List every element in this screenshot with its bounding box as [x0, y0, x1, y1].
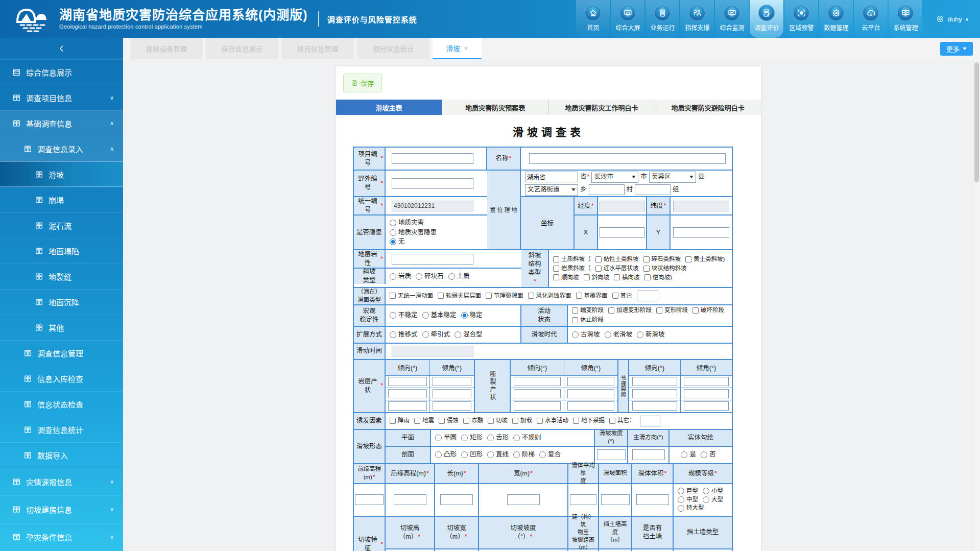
- y-input[interactable]: [673, 227, 729, 238]
- sidebar-item-landslide[interactable]: 滑坡: [0, 161, 123, 187]
- tab-video-devices[interactable]: 视频设备管理: [130, 38, 203, 59]
- checkbox-option[interactable]: 水事活动: [537, 417, 568, 425]
- village-input[interactable]: [589, 184, 625, 195]
- checkbox-option[interactable]: 土质斜坡（: [553, 255, 591, 263]
- radio-option[interactable]: 碎块石: [416, 272, 444, 281]
- checkbox-icon[interactable]: [553, 256, 559, 262]
- scrollbar-thumb[interactable]: [974, 62, 979, 182]
- save-button[interactable]: 保存: [343, 74, 382, 92]
- sidebar-item-debris-flow[interactable]: 泥石流: [0, 212, 123, 238]
- rock-dip-angle-input[interactable]: [433, 389, 471, 398]
- sidebar-item-info-display[interactable]: 综合信息展示: [0, 59, 123, 85]
- radio-icon[interactable]: [461, 312, 468, 319]
- radio-icon[interactable]: [390, 331, 396, 338]
- radio-option[interactable]: 大型: [703, 496, 723, 504]
- radio-icon[interactable]: [435, 451, 442, 458]
- radio-icon[interactable]: [513, 435, 520, 441]
- sidebar-item-ground-collapse[interactable]: 地面塌陷: [0, 238, 123, 263]
- checkbox-icon[interactable]: [643, 256, 650, 262]
- radio-option[interactable]: 特大型: [678, 504, 704, 512]
- radio-icon[interactable]: [487, 435, 494, 441]
- radio-icon[interactable]: [605, 331, 611, 338]
- radio-option[interactable]: 混合型: [455, 330, 483, 339]
- checkbox-icon[interactable]: [439, 418, 445, 424]
- tab-info-display[interactable]: 综合信息展示: [206, 38, 278, 59]
- radio-icon[interactable]: [422, 331, 429, 338]
- checkbox-option[interactable]: 冻融: [463, 417, 483, 425]
- province-input[interactable]: [525, 172, 578, 182]
- radio-option[interactable]: 地质灾害隐患: [390, 228, 437, 237]
- radio-option[interactable]: 地质灾害: [390, 219, 437, 227]
- radio-icon[interactable]: [572, 331, 579, 338]
- nav-item-data[interactable]: 数据管理: [819, 0, 853, 38]
- radio-icon[interactable]: [513, 451, 520, 458]
- fault-dip-dir-input[interactable]: [514, 377, 561, 386]
- front-elev-input[interactable]: [355, 494, 384, 505]
- form-tab-work-card[interactable]: 地质灾害防灾工作明白卡: [549, 100, 655, 115]
- checkbox-icon[interactable]: [488, 418, 494, 424]
- fault-dip-dir-input[interactable]: [514, 401, 561, 411]
- slip-surface-other-input[interactable]: [637, 291, 658, 301]
- checkbox-option[interactable]: 蠕变阶段: [572, 306, 604, 315]
- checkbox-icon[interactable]: [656, 307, 662, 314]
- checkbox-option[interactable]: 休止阶段: [572, 316, 604, 324]
- radio-option[interactable]: 阶梯: [513, 450, 535, 459]
- radio-icon[interactable]: [390, 229, 396, 236]
- joint-dip-angle-input[interactable]: [684, 389, 729, 398]
- radio-icon[interactable]: [435, 435, 442, 441]
- group-input[interactable]: [635, 184, 671, 195]
- length-input[interactable]: [440, 494, 473, 505]
- radio-icon[interactable]: [461, 435, 468, 441]
- radio-option[interactable]: 老滑坡: [605, 330, 633, 339]
- sidebar-item-disaster-condition-info[interactable]: 孕灾条件信息∨: [0, 523, 123, 550]
- checkbox-icon[interactable]: [609, 418, 615, 424]
- checkbox-option[interactable]: 逆向坡): [644, 274, 672, 282]
- sidebar-item-collapse[interactable]: 崩塌: [0, 187, 123, 212]
- checkbox-icon[interactable]: [644, 274, 651, 280]
- rock-dip-dir-input[interactable]: [388, 389, 426, 398]
- checkbox-option[interactable]: 斜向坡: [584, 274, 610, 282]
- inducing-other-input[interactable]: [640, 416, 660, 426]
- sidebar-item-info-storage-check[interactable]: 信息入库检查: [0, 366, 123, 391]
- checkbox-option[interactable]: 顺向坡: [553, 274, 579, 282]
- radio-option[interactable]: 土质: [448, 272, 470, 281]
- nav-item-survey[interactable]: 调查评价: [750, 0, 783, 38]
- radio-icon[interactable]: [678, 496, 684, 503]
- sidebar-item-data-import[interactable]: 数据导入: [0, 442, 123, 468]
- radio-option[interactable]: 无: [390, 237, 437, 246]
- form-tab-prevention-plan[interactable]: 地质灾害防灾预案表: [442, 100, 548, 115]
- checkbox-option[interactable]: 横向坡: [614, 274, 640, 282]
- tab-project-mgmt[interactable]: 项目信息管理: [281, 38, 354, 59]
- radio-icon[interactable]: [703, 496, 709, 503]
- checkbox-icon[interactable]: [584, 274, 590, 280]
- checkbox-option[interactable]: 黏性土类斜坡: [595, 255, 639, 263]
- radio-option[interactable]: 推移式: [390, 330, 418, 339]
- radio-option[interactable]: 直线: [487, 450, 509, 459]
- sidebar-item-survey-info-entry[interactable]: 调查信息录入∧: [0, 136, 123, 161]
- checkbox-option[interactable]: 破坏阶段: [692, 306, 724, 315]
- sidebar-item-other[interactable]: 其他: [0, 315, 123, 340]
- radio-icon[interactable]: [678, 488, 684, 494]
- radio-icon[interactable]: [390, 273, 396, 280]
- checkbox-icon[interactable]: [553, 274, 559, 280]
- sidebar-item-basic-survey-info[interactable]: 基础调查信息∧: [0, 110, 123, 136]
- vertical-scrollbar[interactable]: [973, 59, 980, 551]
- nav-item-system[interactable]: 系统管理: [889, 0, 922, 38]
- checkbox-icon[interactable]: [608, 307, 614, 314]
- checkbox-icon[interactable]: [595, 266, 602, 272]
- fault-dip-angle-input[interactable]: [567, 389, 614, 398]
- radio-option[interactable]: 基本稳定: [422, 311, 457, 320]
- joint-dip-dir-input[interactable]: [632, 389, 677, 398]
- nav-item-warning[interactable]: 区域预警: [784, 0, 818, 38]
- sidebar-collapse-button[interactable]: [0, 38, 123, 59]
- checkbox-icon[interactable]: [553, 266, 559, 272]
- sidebar-item-disaster-report-info[interactable]: 灾情速报信息∨: [0, 468, 123, 495]
- radio-option[interactable]: 中型: [678, 496, 698, 504]
- radio-icon[interactable]: [703, 488, 709, 494]
- checkbox-option[interactable]: 黄土类斜坡): [685, 255, 725, 263]
- town-select[interactable]: 文艺路街道: [525, 184, 578, 196]
- form-tab-landslide-main[interactable]: 滑坡主表: [336, 100, 442, 115]
- checkbox-option[interactable]: 风化剥蚀界面: [528, 292, 571, 300]
- radio-option[interactable]: 小型: [703, 487, 723, 495]
- radio-option[interactable]: 新滑坡: [637, 330, 665, 339]
